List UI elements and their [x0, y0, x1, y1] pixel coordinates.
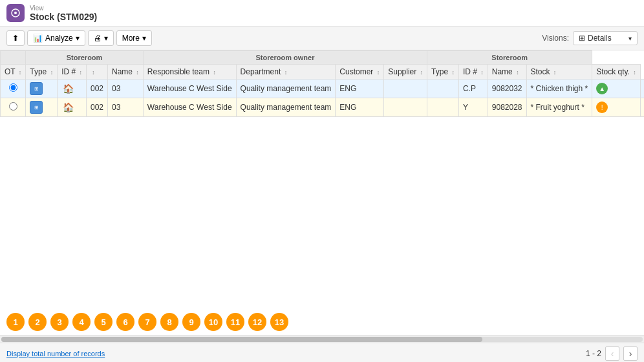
main-content: Storeroom Storeroom owner Storeroom OT ↕… — [0, 50, 644, 335]
col-stock[interactable]: Stock ↕ — [526, 65, 592, 80]
row-resp-team: Quality management team — [236, 80, 336, 98]
row-stock: ▲ — [592, 80, 641, 98]
row-radio-cell[interactable] — [1, 80, 26, 98]
column-badge: 5 — [94, 313, 113, 331]
row-customer — [384, 98, 427, 117]
more-chevron-icon: ▾ — [142, 34, 146, 43]
row-ot: ⊞ — [26, 98, 58, 117]
visions-chevron-icon: ▾ — [628, 35, 632, 42]
column-badge: 4 — [72, 313, 91, 331]
analyze-chevron-icon: ▾ — [76, 34, 80, 43]
row-name2: * Fruit yoghurt * — [526, 98, 592, 117]
row-name: Warehouse C West Side — [143, 80, 236, 98]
column-badge: 6 — [116, 313, 134, 331]
row-dept: ENG — [336, 98, 384, 117]
svg-text:⊞: ⊞ — [34, 86, 39, 92]
table-container[interactable]: Storeroom Storeroom owner Storeroom OT ↕… — [0, 50, 644, 309]
analyze-button[interactable]: 📊 Analyze ▾ — [27, 30, 85, 46]
row-id: 002 — [86, 98, 107, 117]
col-id2[interactable]: ID # ↕ — [458, 65, 488, 80]
table-body: ⊞ 🏠 002 03 Warehouse C West Side Quality… — [1, 80, 645, 117]
col-supplier[interactable]: Supplier ↕ — [384, 65, 427, 80]
col-num[interactable]: ↕ — [86, 65, 107, 80]
grid-icon: ⊞ — [579, 34, 585, 43]
column-badge: 3 — [50, 313, 69, 331]
group-header-storeroom2: Storeroom — [427, 51, 592, 65]
column-header-row: OT ↕ Type ↕ ID # ↕ ↕ Name ↕ Responsible … — [1, 65, 645, 80]
pagination: 1 - 2 ‹ › — [586, 346, 638, 361]
storeroom-type-icon: 🏠 — [61, 101, 74, 114]
row-radio[interactable] — [9, 102, 17, 111]
page-title: Stock (STM029) — [30, 12, 97, 22]
data-table: Storeroom Storeroom owner Storeroom OT ↕… — [0, 50, 644, 117]
row-id2: 9082028 — [488, 98, 526, 117]
row-supplier — [427, 98, 459, 117]
row-resp-team: Quality management team — [236, 98, 336, 117]
table-row[interactable]: ⊞ 🏠 002 03 Warehouse C West Side Quality… — [1, 80, 645, 98]
export-button[interactable]: ⬆ — [6, 30, 25, 46]
column-badge: 2 — [28, 313, 47, 331]
col-department[interactable]: Department ↕ — [236, 65, 336, 80]
column-badge: 10 — [204, 313, 222, 331]
col-customer[interactable]: Customer ↕ — [336, 65, 384, 80]
more-button[interactable]: More ▾ — [116, 30, 152, 46]
pagination-text: 1 - 2 — [586, 349, 601, 358]
print-button[interactable]: 🖨 ▾ — [88, 30, 114, 46]
title-bar: View Stock (STM029) — [0, 0, 644, 27]
group-header-owner: Storeroom owner — [143, 51, 427, 65]
row-name2: * Chicken thigh * — [526, 80, 592, 98]
col-resp-team[interactable]: Responsible team ↕ — [143, 65, 236, 80]
col-id[interactable]: ID # ↕ — [58, 65, 87, 80]
row-customer — [384, 80, 427, 98]
col-type[interactable]: Type ↕ — [26, 65, 58, 80]
scrollbar-track — [1, 337, 643, 342]
toolbar-right: Visions: ⊞ Details ▾ — [542, 31, 638, 45]
visions-dropdown[interactable]: ⊞ Details ▾ — [573, 31, 638, 45]
row-type2: C.P — [458, 80, 488, 98]
row-type: 🏠 — [58, 80, 87, 98]
visions-label: Visions: — [542, 34, 569, 43]
row-radio-cell[interactable] — [1, 98, 26, 117]
column-badge: 1 — [6, 313, 25, 331]
row-dept: ENG — [336, 80, 384, 98]
scrollbar-area[interactable] — [0, 335, 644, 343]
col-name2[interactable]: Name ↕ — [488, 65, 526, 80]
chart-icon: 📊 — [33, 34, 43, 43]
next-page-button[interactable]: › — [623, 346, 638, 361]
row-type2: Y — [458, 98, 488, 117]
visions-value: Details — [588, 34, 612, 43]
svg-point-1 — [14, 12, 17, 14]
row-stock: ! — [592, 98, 641, 117]
analyze-label: Analyze — [45, 34, 73, 43]
print-chevron-icon: ▾ — [104, 34, 108, 43]
prev-page-button[interactable]: ‹ — [605, 346, 619, 361]
ot-icon: ⊞ — [30, 82, 43, 95]
badge-row: 12345678910111213 — [0, 309, 644, 335]
row-name: Warehouse C West Side — [143, 98, 236, 117]
row-stock-qty: 120.00 Kilo — [640, 80, 644, 98]
row-num: 03 — [108, 80, 144, 98]
column-badge: 8 — [160, 313, 178, 331]
col-type2[interactable]: Type ↕ — [427, 65, 459, 80]
column-badge: 9 — [182, 313, 200, 331]
col-ot[interactable]: OT ↕ — [1, 65, 26, 80]
group-header-storeroom1: Storeroom — [26, 51, 144, 65]
row-type: 🏠 — [58, 98, 87, 117]
col-name-storeroom[interactable]: Name ↕ — [108, 65, 144, 80]
svg-text:⊞: ⊞ — [34, 105, 39, 111]
group-header-row: Storeroom Storeroom owner Storeroom — [1, 51, 645, 65]
more-label: More — [122, 34, 140, 43]
stock-status-icon: ▲ — [596, 83, 608, 94]
ot-icon: ⊞ — [30, 101, 43, 114]
col-stock-qty[interactable]: Stock qty. ↕ — [592, 65, 641, 80]
column-badge: 12 — [248, 313, 266, 331]
row-radio[interactable] — [9, 83, 17, 92]
column-badge: 13 — [270, 313, 288, 331]
print-icon: 🖨 — [94, 34, 102, 43]
table-row[interactable]: ⊞ 🏠 002 03 Warehouse C West Side Quality… — [1, 98, 645, 117]
column-badge: 7 — [138, 313, 156, 331]
export-icon: ⬆ — [12, 34, 19, 43]
row-supplier — [427, 80, 459, 98]
total-records-link[interactable]: Display total number of records — [6, 350, 105, 357]
column-badge: 11 — [226, 313, 244, 331]
